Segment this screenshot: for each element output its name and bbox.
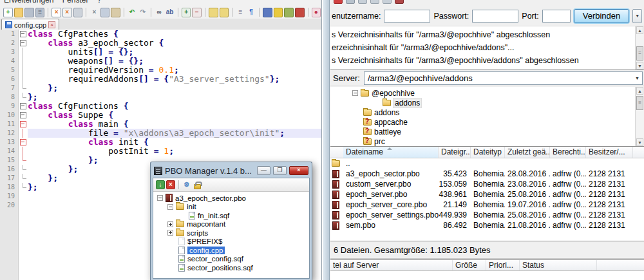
fold-marker-icon[interactable]	[19, 138, 28, 147]
remote-path-combobox[interactable]: /arma3/@epochhive/addons ▼	[364, 71, 643, 85]
save-icon[interactable]	[24, 8, 34, 17]
fold-marker-icon[interactable]	[19, 120, 28, 129]
code-line[interactable]: 13 class init {	[0, 138, 321, 147]
fold-marker-icon[interactable]	[19, 30, 28, 39]
extract-icon[interactable]: ↓	[156, 180, 165, 189]
code-line[interactable]: 10 class Suppe {	[0, 111, 321, 120]
code-line[interactable]: 9class CfgFunctions {	[0, 102, 321, 111]
close-tab-icon[interactable]: ×	[48, 21, 55, 28]
column-header-type[interactable]: Dateityp	[471, 147, 505, 158]
tree-item-scripts[interactable]: scripts	[153, 229, 309, 238]
paste-icon[interactable]	[111, 8, 120, 17]
connect-button[interactable]: Verbinden	[574, 9, 630, 23]
scroll-thumb[interactable]	[636, 46, 643, 61]
code-line[interactable]: 8};	[0, 93, 321, 102]
open-file-icon[interactable]	[14, 8, 24, 17]
file-row[interactable]: ..	[330, 158, 644, 169]
redo-icon[interactable]: ↷	[138, 8, 147, 17]
tree-item-appcache[interactable]: appcache	[330, 117, 644, 127]
scroll-up-icon[interactable]: ▲	[636, 87, 643, 95]
port-input[interactable]	[542, 10, 571, 23]
close-button[interactable]: ×	[289, 166, 308, 175]
local-tree-icon[interactable]	[370, 0, 379, 4]
fold-marker-icon[interactable]	[19, 102, 28, 111]
code-line[interactable]: 2 class a3_epoch_sector {	[0, 39, 321, 48]
tree-item-prc[interactable]: prc	[330, 136, 644, 146]
tree-item-init[interactable]: init	[153, 203, 309, 212]
column-header-perms[interactable]: Berechti...	[550, 147, 586, 158]
cut-icon[interactable]: ×	[90, 8, 99, 17]
close-all-docs-icon[interactable]: ×	[62, 8, 72, 17]
refresh-icon[interactable]	[346, 0, 355, 4]
expand-icon[interactable]	[167, 230, 173, 236]
replace-icon[interactable]: ab	[165, 8, 175, 17]
show-symbols-icon[interactable]: ¶	[247, 8, 256, 17]
settings-gear-icon[interactable]: ⚙	[182, 180, 191, 189]
copy-icon[interactable]	[100, 8, 110, 17]
tree-scrollbar[interactable]: ▲ ▼	[635, 87, 644, 146]
record-macro-icon[interactable]: ●	[312, 8, 321, 17]
queue-column-header-size[interactable]: Größe	[453, 260, 486, 270]
function-list-icon[interactable]	[274, 8, 283, 17]
column-header-modified[interactable]: Zuletzt geä...	[505, 147, 550, 158]
print-icon[interactable]	[73, 8, 83, 17]
queue-column-header-file[interactable]: tei auf Server	[330, 260, 453, 270]
word-wrap-icon[interactable]: ≡	[236, 8, 245, 17]
search-icon[interactable]: ∞	[155, 8, 164, 17]
code-line[interactable]: 11 class main {	[0, 120, 321, 129]
code-line[interactable]: 3 units[] = {};	[0, 48, 321, 57]
sync-horizontal-icon[interactable]	[220, 8, 229, 17]
quickconnect-dropdown-button[interactable]: ▼	[632, 9, 642, 23]
menu-bar[interactable]: Ausführen Erweiterungen Fenster ?	[0, 0, 321, 6]
zoom-in-icon[interactable]: +	[182, 8, 191, 17]
file-row[interactable]: custom_server.pbo153.059Bohemia...23.08.…	[330, 179, 644, 189]
doc-map-icon[interactable]	[263, 8, 272, 17]
delete-icon[interactable]: ×	[166, 180, 175, 189]
tree-item-sector-positions-sqf[interactable]: sector_positions.sqf	[153, 263, 309, 272]
title-bar[interactable]: PBO Manager v.1.4 b... — ❐ ×	[153, 163, 310, 178]
collapse-icon[interactable]	[167, 204, 173, 210]
fold-marker-icon[interactable]	[19, 39, 28, 48]
column-header-size[interactable]: Dateigr...	[439, 147, 471, 158]
monitoring-icon[interactable]	[295, 8, 305, 17]
folder-workspace-icon[interactable]	[284, 8, 294, 17]
scroll-down-icon[interactable]: ▼	[636, 138, 643, 146]
column-header-name[interactable]: Dateiname	[343, 147, 439, 158]
log-view-icon[interactable]	[358, 0, 367, 4]
tree-item-battleye[interactable]: battleye	[330, 127, 644, 136]
file-row[interactable]: sem.pbo86.492Bohemia...21.08.2016 ...adf…	[330, 220, 644, 230]
log-scrollbar[interactable]: ▲ ▼	[635, 26, 644, 70]
column-header-owner[interactable]: Besitzer/...	[586, 147, 633, 158]
tree-item-sector-config-sqf[interactable]: sector_config.sqf	[153, 255, 309, 264]
remote-tree-icon[interactable]	[383, 0, 392, 4]
undo-icon[interactable]: ↶	[128, 8, 137, 17]
tree-item-addons[interactable]: addons	[330, 107, 644, 117]
code-line[interactable]: 6 requiredAddons[] = {"A3_server_setting…	[0, 75, 321, 84]
username-input[interactable]	[384, 10, 430, 23]
fold-marker-icon[interactable]	[19, 111, 28, 120]
scroll-up-icon[interactable]: ▲	[636, 26, 643, 34]
password-input[interactable]	[472, 10, 518, 23]
code-line[interactable]: 7 };	[0, 84, 321, 93]
code-line[interactable]: 1class CfgPatches {	[0, 30, 321, 39]
tree-item-a3-epoch-sector-pbo[interactable]: a3_epoch_sector.pbo	[153, 194, 309, 203]
scroll-thumb[interactable]	[636, 96, 643, 110]
tree-item-addons[interactable]: addons	[330, 98, 644, 107]
site-manager-icon[interactable]	[334, 0, 343, 4]
collapse-icon[interactable]	[157, 195, 163, 201]
sync-vertical-icon[interactable]	[209, 8, 218, 17]
close-doc-icon[interactable]: ×	[52, 8, 61, 17]
queue-column-header-priority[interactable]: Priori...	[486, 260, 520, 270]
minimize-button[interactable]: —	[257, 166, 270, 175]
combobox-arrow-icon[interactable]: ▼	[632, 72, 642, 84]
tree-item-mapcontant[interactable]: mapcontant	[153, 220, 309, 229]
tree-item-config-cpp[interactable]: config.cpp	[153, 246, 309, 255]
tree-item--epochhive[interactable]: @epochhive	[330, 88, 644, 98]
collapse-icon[interactable]	[352, 90, 358, 96]
code-line[interactable]: 14 postInit = 1;	[0, 147, 321, 156]
zoom-out-icon[interactable]: −	[192, 8, 202, 17]
code-line[interactable]: 12 file = "x\addons\a3_epoch_sector\init…	[0, 129, 321, 138]
maximize-button[interactable]: ❐	[273, 166, 287, 175]
file-row[interactable]: epoch_server_core.pbo21.149Bohemia...19.…	[330, 200, 644, 210]
file-row[interactable]: epoch_server_settings.pbo449.939Bohemia.…	[330, 210, 644, 220]
